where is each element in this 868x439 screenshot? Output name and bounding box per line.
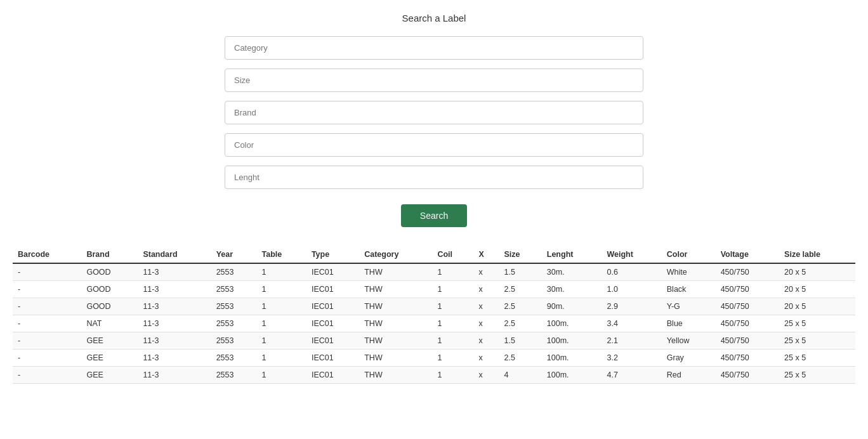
col-coil: Coil — [432, 246, 473, 263]
table-cell: White — [662, 263, 716, 281]
table-cell: THW — [359, 350, 432, 367]
table-cell: 25 x 5 — [779, 332, 855, 350]
table-cell: IEC01 — [306, 298, 359, 315]
table-cell: 2553 — [211, 263, 257, 281]
search-form: Search — [225, 36, 643, 227]
table-cell: 450/750 — [716, 263, 779, 281]
table-cell: 25 x 5 — [779, 315, 855, 332]
table-cell: THW — [359, 315, 432, 332]
table-cell: 1 — [257, 367, 306, 384]
col-voltage: Voltage — [716, 246, 779, 263]
table-cell: 2.1 — [602, 332, 661, 350]
page-title: Search a Label — [13, 13, 855, 23]
table-cell: NAT — [81, 315, 138, 332]
table-cell: 2553 — [211, 350, 257, 367]
table-cell: 1.5 — [499, 263, 541, 281]
table-cell: Blue — [662, 315, 716, 332]
table-cell: - — [13, 315, 81, 332]
table-cell: x — [473, 281, 499, 298]
table-cell: 1 — [257, 298, 306, 315]
table-cell: 11-3 — [138, 350, 211, 367]
table-cell: 30m. — [542, 263, 602, 281]
table-cell: 1.0 — [602, 281, 661, 298]
table-cell: x — [473, 315, 499, 332]
table-cell: Gray — [662, 350, 716, 367]
table-cell: 1 — [257, 263, 306, 281]
table-cell: THW — [359, 263, 432, 281]
col-size-lable: Size lable — [779, 246, 855, 263]
category-input[interactable] — [225, 36, 643, 60]
table-cell: - — [13, 332, 81, 350]
table-cell: 3.4 — [602, 315, 661, 332]
col-table: Table — [257, 246, 306, 263]
table-row: -GOOD11-325531IEC01THW1x2.590m.2.9Y-G450… — [13, 298, 855, 315]
table-cell: 4 — [499, 367, 541, 384]
table-cell: - — [13, 281, 81, 298]
table-cell: 90m. — [542, 298, 602, 315]
brand-input[interactable] — [225, 101, 643, 124]
col-standard: Standard — [138, 246, 211, 263]
table-cell: 1 — [257, 315, 306, 332]
table-cell: 11-3 — [138, 315, 211, 332]
table-cell: Y-G — [662, 298, 716, 315]
table-cell: 100m. — [542, 315, 602, 332]
table-cell: 2553 — [211, 367, 257, 384]
table-header: Barcode Brand Standard Year Table Type C… — [13, 246, 855, 263]
table-cell: 30m. — [542, 281, 602, 298]
table-cell: 2.5 — [499, 281, 541, 298]
table-cell: 1 — [432, 281, 473, 298]
table-cell: 2.5 — [499, 350, 541, 367]
table-cell: 20 x 5 — [779, 281, 855, 298]
size-input[interactable] — [225, 69, 643, 92]
table-cell: 4.7 — [602, 367, 661, 384]
table-row: -GOOD11-325531IEC01THW1x1.530m.0.6White4… — [13, 263, 855, 281]
table-cell: 1.5 — [499, 332, 541, 350]
table-cell: 11-3 — [138, 298, 211, 315]
table-cell: THW — [359, 281, 432, 298]
col-category: Category — [359, 246, 432, 263]
table-cell: 2553 — [211, 281, 257, 298]
col-x: X — [473, 246, 499, 263]
table-cell: GEE — [81, 332, 138, 350]
col-barcode: Barcode — [13, 246, 81, 263]
col-size: Size — [499, 246, 541, 263]
table-cell: THW — [359, 367, 432, 384]
table-cell: 11-3 — [138, 332, 211, 350]
table-row: -GEE11-325531IEC01THW1x4100m.4.7Red450/7… — [13, 367, 855, 384]
col-weight: Weight — [602, 246, 661, 263]
table-cell: IEC01 — [306, 315, 359, 332]
table-row: -NAT11-325531IEC01THW1x2.5100m.3.4Blue45… — [13, 315, 855, 332]
table-cell: x — [473, 350, 499, 367]
table-cell: 1 — [257, 281, 306, 298]
table-cell: 20 x 5 — [779, 298, 855, 315]
table-cell: 0.6 — [602, 263, 661, 281]
col-color: Color — [662, 246, 716, 263]
color-input[interactable] — [225, 133, 643, 157]
table-cell: GOOD — [81, 281, 138, 298]
table-cell: 11-3 — [138, 281, 211, 298]
table-cell: - — [13, 350, 81, 367]
table-cell: 450/750 — [716, 367, 779, 384]
table-cell: 450/750 — [716, 281, 779, 298]
table-body: -GOOD11-325531IEC01THW1x1.530m.0.6White4… — [13, 263, 855, 384]
lenght-input[interactable] — [225, 166, 643, 189]
table-cell: GOOD — [81, 298, 138, 315]
table-cell: 1 — [432, 298, 473, 315]
search-button[interactable]: Search — [401, 204, 467, 227]
table-cell: 450/750 — [716, 332, 779, 350]
table-row: -GOOD11-325531IEC01THW1x2.530m.1.0Black4… — [13, 281, 855, 298]
table-cell: - — [13, 263, 81, 281]
table-cell: IEC01 — [306, 367, 359, 384]
table-cell: Red — [662, 367, 716, 384]
table-cell: - — [13, 298, 81, 315]
results-table: Barcode Brand Standard Year Table Type C… — [13, 246, 855, 384]
table-row: -GEE11-325531IEC01THW1x2.5100m.3.2Gray45… — [13, 350, 855, 367]
table-cell: 11-3 — [138, 367, 211, 384]
table-cell: 3.2 — [602, 350, 661, 367]
table-cell: 1 — [432, 332, 473, 350]
table-cell: 1 — [432, 367, 473, 384]
table-cell: Black — [662, 281, 716, 298]
table-cell: GEE — [81, 367, 138, 384]
table-cell: 450/750 — [716, 350, 779, 367]
table-row: -GEE11-325531IEC01THW1x1.5100m.2.1Yellow… — [13, 332, 855, 350]
